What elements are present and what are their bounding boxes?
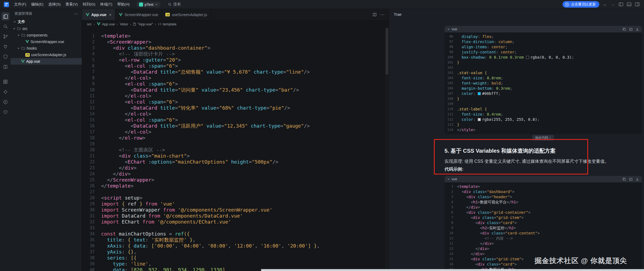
tree-item-screenwrapper-vue[interactable]: ScreenWrapper.vue xyxy=(11,38,82,45)
editor-scrollbar[interactable] xyxy=(385,28,389,271)
search-icon xyxy=(168,2,172,6)
tree-item-src[interactable]: src xyxy=(11,25,82,32)
code-line: 8 </el-col> xyxy=(82,75,389,81)
tree-item-app-vue[interactable]: App.vue xyxy=(11,58,82,65)
more-actions-icon[interactable]: ⋯ xyxy=(380,12,385,17)
marketplace-icon[interactable] xyxy=(1,88,10,96)
code-text: import EChart from '@/components/EChart.… xyxy=(95,219,389,225)
code-text: type: 'line', xyxy=(95,261,389,267)
horizontal-scrollbar[interactable] xyxy=(261,269,644,271)
chevron-down-icon[interactable] xyxy=(447,28,450,31)
columns-icon[interactable] xyxy=(629,28,633,31)
code-line: 1<template> xyxy=(82,33,389,39)
line-number: 100 xyxy=(445,55,454,60)
split-editor-icon[interactable] xyxy=(373,13,377,17)
toggle-panel-icon[interactable] xyxy=(627,2,631,6)
code-text: <ScreenWrapper> xyxy=(95,39,389,45)
download-icon[interactable] xyxy=(636,177,639,181)
search-icon[interactable] xyxy=(1,22,10,31)
close-icon[interactable]: × xyxy=(109,12,111,17)
code-text: <div class="card"> xyxy=(454,220,642,225)
app-logo-icon[interactable] xyxy=(4,2,9,7)
section-principle: 实现原理: 使用 CSS 变量定义关键尺寸, 通过媒体查询在不同屏幕尺寸下修改变… xyxy=(445,158,642,164)
tab-screenwrapper-vue[interactable]: ScreenWrapper.vue xyxy=(115,9,162,20)
line-number: 111 xyxy=(445,112,454,117)
tab-app-vue[interactable]: App.vue× xyxy=(82,9,115,20)
restart-update-button[interactable]: 点击重启以更新 xyxy=(563,1,599,8)
folder-icon xyxy=(21,33,25,37)
project-selector[interactable]: pTest xyxy=(137,2,160,7)
vue-file-icon xyxy=(21,60,25,63)
code-line: 109 xyxy=(445,101,642,107)
menu-item-h[interactable]: 帮助(H) xyxy=(115,0,132,9)
breadcrumb-item[interactable]: App.vue xyxy=(97,22,115,26)
menu-item-v[interactable]: 查看(V) xyxy=(63,0,80,9)
code-line: 29import { ref } from 'vue' xyxy=(82,201,389,207)
line-number: 110 xyxy=(445,107,454,112)
files-section-header[interactable]: 文件 xyxy=(11,18,82,25)
code-line: 19 xyxy=(82,141,389,147)
extensions-icon[interactable] xyxy=(1,78,10,86)
line-number: 107 xyxy=(445,91,454,96)
more-actions-icon[interactable]: ⋯ xyxy=(74,11,78,16)
code-text: <template> xyxy=(95,33,389,39)
code-editor[interactable]: 1<template>2 <ScreenWrapper>3 <div class… xyxy=(82,28,389,271)
chevron-down-icon[interactable] xyxy=(447,178,450,180)
code-line: 34const mainChartOptions = ref({ xyxy=(82,231,389,237)
code-text: <div class="grid-item"> xyxy=(454,215,642,220)
breadcrumb-item[interactable]: template xyxy=(158,22,177,26)
breadcrumb-item[interactable]: src xyxy=(87,22,92,26)
source-control-icon[interactable] xyxy=(1,32,10,41)
titlebar: 文件(F)编辑(E)选择(S)查看(V)转到(G)终端(T)帮助(H) pTes… xyxy=(0,0,644,9)
scrollbar-thumb[interactable] xyxy=(386,28,388,74)
security-icon[interactable] xyxy=(1,53,10,61)
remote-icon[interactable] xyxy=(1,43,10,51)
run-icon[interactable] xyxy=(1,98,10,106)
line-number: 14 xyxy=(82,111,95,117)
code-text: <el-col :span="6"> xyxy=(95,81,389,87)
breadcrumb-label: Vetur xyxy=(120,22,128,26)
toggle-sidebar-icon[interactable] xyxy=(619,2,623,6)
line-number: 6 xyxy=(82,63,95,69)
breadcrumb-label: "App.vue" xyxy=(137,22,153,26)
tree-item-hooks[interactable]: hooks xyxy=(11,45,82,52)
community-icon[interactable] xyxy=(1,108,10,116)
tree-item-components[interactable]: components xyxy=(11,32,82,38)
chevron-down-icon xyxy=(17,47,20,50)
section-heading: 5. 基于 CSS Variables 和媒体查询的适配方案 xyxy=(445,147,642,155)
breadcrumb-item[interactable]: "App.vue" xyxy=(133,22,153,26)
collapse-code-button[interactable]: 收起代码 ↑ xyxy=(532,135,554,141)
line-number: 106 xyxy=(445,86,454,91)
code-text: <el-row :gutter="20"> xyxy=(95,57,389,63)
back-button[interactable]: ← xyxy=(603,2,607,7)
explorer-icon[interactable] xyxy=(1,12,10,20)
global-search-button[interactable]: 搜索 xyxy=(168,2,181,7)
line-number: 4 xyxy=(82,51,95,57)
code-line: 13 <DataCard title="转化率" value="68%" cha… xyxy=(82,105,389,111)
code-text: </el-col> xyxy=(95,129,389,135)
columns-icon[interactable] xyxy=(629,177,633,181)
menu-item-f[interactable]: 文件(F) xyxy=(12,0,29,9)
menu-item-g[interactable]: 转到(G) xyxy=(80,0,98,9)
tree-item-usescreenadapter-js[interactable]: JSuseScreenAdapter.js xyxy=(11,52,82,58)
forward-button[interactable]: → xyxy=(611,2,615,7)
file-name: components xyxy=(27,33,47,37)
copy-icon[interactable] xyxy=(622,177,626,181)
line-number: 108 xyxy=(445,96,454,101)
code-line: 9 <el-col :span="6"> xyxy=(82,81,389,87)
toggle-secondary-sidebar-icon[interactable] xyxy=(635,2,640,6)
menu-bar: 文件(F)编辑(E)选择(S)查看(V)转到(G)终端(T)帮助(H) xyxy=(12,0,132,9)
file-name: hooks xyxy=(27,46,37,50)
breadcrumb-item[interactable]: Vetur xyxy=(120,22,128,26)
code-line: 9 <h2>实时监控</h2> xyxy=(445,225,642,231)
menu-item-s[interactable]: 选择(S) xyxy=(46,0,63,9)
menu-item-e[interactable]: 编辑(E) xyxy=(29,0,46,9)
code-line: 7 <div class="grid-item"> xyxy=(445,215,642,220)
copy-icon[interactable] xyxy=(622,28,626,31)
docs-icon[interactable] xyxy=(1,63,10,71)
code-line: 6 <el-col :span="6"> xyxy=(82,63,389,69)
menu-item-t[interactable]: 终端(T) xyxy=(98,0,115,9)
tab-usescreenadapter-js[interactable]: JSuseScreenAdapter.js xyxy=(162,9,211,20)
download-icon[interactable] xyxy=(636,28,639,31)
line-number: 114 xyxy=(445,127,454,133)
